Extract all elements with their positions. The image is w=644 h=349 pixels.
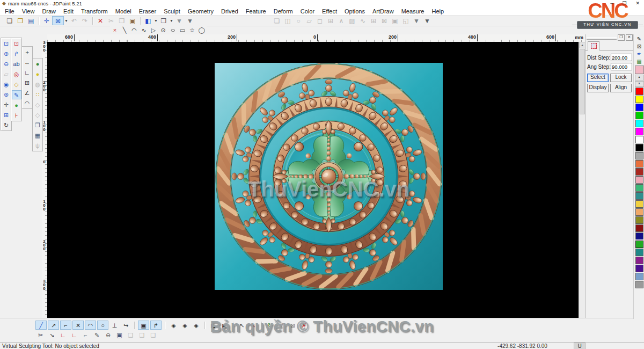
pick-delete-icon[interactable]: ↖ (248, 321, 258, 329)
refresh-view-tool-icon[interactable]: ↻ (2, 121, 11, 129)
relief-blob-tool-icon[interactable]: ● (12, 101, 21, 110)
palette-scroll-down-button[interactable]: ▾ (635, 81, 644, 87)
light-off-toggle-icon[interactable]: ● (33, 70, 42, 78)
render-dropdown-icon[interactable]: ▼ (169, 17, 174, 25)
ang-step-input[interactable] (611, 63, 632, 70)
snap-arc-icon[interactable]: ◠ (85, 321, 96, 330)
align-button[interactable]: Align (610, 84, 632, 92)
abort-tool-icon[interactable]: ✗ (299, 321, 309, 329)
color-swatch-11[interactable] (635, 176, 643, 184)
polyline-tool-icon[interactable]: ∿ (139, 26, 149, 34)
snap-node-icon[interactable]: ↗ (48, 321, 59, 330)
color-swatch-20[interactable] (635, 249, 643, 256)
color-swatch-13[interactable] (635, 192, 643, 200)
grid-view-tool-icon[interactable]: ▦ (33, 131, 42, 140)
angle-tool-icon[interactable]: ∠ (23, 89, 32, 97)
polygon-tool-icon[interactable]: ▷ (149, 26, 158, 34)
color-swatch-9[interactable] (635, 160, 643, 168)
open-file-icon[interactable]: ❒ (15, 17, 26, 25)
menu-item-file[interactable]: File (1, 8, 18, 14)
new-file-icon[interactable]: ❏ (4, 17, 15, 25)
color-swatch-7[interactable] (635, 144, 643, 151)
rect-corner-icon[interactable]: ⌐ (80, 331, 91, 339)
no-color-icon[interactable]: ⊠ (635, 43, 643, 50)
pan-tool-icon[interactable]: ✛ (2, 100, 11, 109)
plane-xz-icon[interactable]: ◈ (180, 321, 190, 329)
menu-item-feature[interactable]: Feature (242, 8, 270, 14)
menu-item-artdraw[interactable]: ArtDraw (369, 8, 398, 14)
color-swatch-2[interactable] (635, 104, 643, 111)
select-dropdown-icon[interactable]: ▼ (64, 17, 69, 25)
move-origin-icon[interactable]: ✛ (41, 17, 52, 25)
light-on-toggle-icon[interactable]: ● (33, 60, 42, 68)
color-swatch-0[interactable] (635, 88, 643, 95)
marquee-select-tool-icon[interactable]: ⊡ (12, 39, 21, 48)
dome-tool-icon[interactable]: ◠ (23, 99, 32, 107)
color-swatch-10[interactable] (635, 168, 643, 176)
step-line-tool-icon[interactable]: ∟ (23, 68, 32, 77)
color-swatch-18[interactable] (635, 232, 643, 240)
clip-box-tool-icon[interactable]: ⊠ (288, 321, 298, 329)
snap-corner-icon[interactable]: ⌐ (60, 321, 71, 330)
trim-scissors-icon[interactable]: ✂ (35, 331, 46, 339)
snap-curve-node-icon[interactable]: ↱ (150, 321, 162, 330)
current-color-swatch[interactable] (635, 66, 644, 74)
scroll-thumb[interactable] (580, 49, 585, 114)
slope-tool-icon[interactable]: ◣ (208, 321, 218, 329)
line-tool-icon[interactable]: ╲ (120, 26, 129, 34)
menu-item-model[interactable]: Model (112, 8, 135, 14)
surface-dropdown-icon[interactable]: ▼ (153, 17, 158, 25)
menu-item-geometry[interactable]: Geometry (184, 8, 217, 14)
pencil-icon[interactable]: ✎ (635, 35, 643, 42)
select-window-tool-icon[interactable]: ⊡ (2, 39, 11, 48)
pick-arrow-icon[interactable]: ↘ (47, 331, 57, 339)
menu-item-options[interactable]: Options (341, 8, 369, 14)
menu-item-deform[interactable]: Deform (270, 8, 297, 14)
color-swatch-8[interactable] (635, 152, 643, 159)
select-box-icon[interactable]: ⊠ (52, 16, 64, 25)
menu-item-color[interactable]: Color (297, 8, 318, 14)
close-draw-icon[interactable]: × (110, 26, 120, 34)
hatch-pen-tool-icon[interactable]: ✐ (276, 321, 287, 329)
shield-filled-icon[interactable]: ▼ (422, 17, 433, 25)
color-swatch-16[interactable] (635, 216, 643, 224)
snap-intersect-icon[interactable]: ✕ (72, 321, 84, 330)
menu-item-view[interactable]: View (18, 8, 39, 14)
color-swatch-3[interactable] (635, 112, 643, 119)
regen-tool-icon[interactable]: ↻ (265, 321, 275, 329)
shape-library-tool-icon[interactable]: ◇ (12, 80, 21, 89)
delete-icon[interactable]: ✕ (95, 17, 106, 25)
shield-light-icon[interactable]: ▼ (174, 17, 185, 25)
zoom-out-tool-icon[interactable]: ⊖ (2, 60, 11, 68)
virtual-sculpt-tool-icon[interactable]: ✎ (12, 90, 21, 99)
add-node-tool-icon[interactable]: ＋ (23, 48, 32, 56)
snap-circle-icon[interactable]: ○ (97, 321, 108, 330)
star-tool-icon[interactable]: ☆ (187, 26, 197, 34)
menu-item-measure[interactable]: Measure (398, 8, 428, 14)
zoom-window-tool-icon[interactable]: ⊞ (2, 111, 11, 119)
flat-ellipse-icon[interactable]: ⊖ (103, 331, 113, 339)
chamfer-corner-icon[interactable]: ∟ (69, 331, 79, 339)
color-swatch-21[interactable] (635, 257, 643, 264)
color-swatch-15[interactable] (635, 208, 643, 216)
arc-tool-icon[interactable]: ◠ (129, 26, 139, 34)
lock-button[interactable]: Lock (610, 74, 632, 82)
select-tool-tab[interactable] (588, 41, 599, 50)
bound-box-tool-icon[interactable]: ⊞ (23, 78, 32, 87)
snap-line-icon[interactable]: ╱ (35, 321, 47, 330)
snap-grid-point-icon[interactable]: ▣ (138, 321, 149, 330)
dropper-icon[interactable]: ✒ (635, 50, 643, 57)
ring-tool-icon[interactable]: ◎ (12, 70, 21, 78)
color-swatch-1[interactable] (635, 96, 643, 103)
stretch-tool-icon[interactable]: ↔ (23, 58, 32, 67)
menu-item-draw[interactable]: Draw (38, 8, 60, 14)
fillet-corner-icon[interactable]: ∟ (58, 331, 68, 339)
color-swatch-5[interactable] (635, 128, 643, 135)
color-swatch-14[interactable] (635, 200, 643, 208)
save-file-icon[interactable]: ▤ (26, 17, 36, 25)
color-swatch-6[interactable] (635, 136, 643, 143)
panel-grip[interactable] (587, 37, 617, 40)
shield-outline-icon[interactable]: ▼ (411, 17, 422, 25)
palette-scroll-up-button[interactable]: ▴ (635, 75, 644, 81)
color-swatch-12[interactable] (635, 184, 643, 192)
